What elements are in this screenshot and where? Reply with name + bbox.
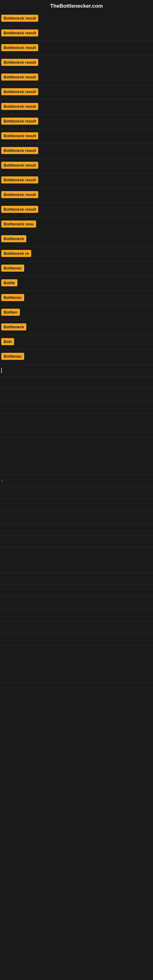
- site-title: TheBottlenecker.com: [50, 3, 103, 9]
- bottleneck-badge[interactable]: Bottlenec: [1, 265, 24, 272]
- list-item: Bottleneck result: [0, 41, 153, 56]
- empty-row: [0, 609, 153, 621]
- bottleneck-badge[interactable]: Bottleneck result: [1, 132, 38, 139]
- bottleneck-badge[interactable]: Bottleneck re: [1, 250, 31, 257]
- empty-row: [0, 523, 153, 536]
- bottleneck-badge[interactable]: Bottleneck result: [1, 59, 38, 66]
- empty-row: [0, 401, 153, 414]
- empty-row: [0, 597, 153, 609]
- empty-row: [0, 585, 153, 597]
- bottleneck-badge[interactable]: Bottleneck result: [1, 162, 38, 169]
- list-item: Bottlenec: [0, 350, 153, 364]
- list-item: Bottleneck result: [0, 85, 153, 100]
- bottleneck-badge[interactable]: Bottleneck result: [1, 147, 38, 154]
- list-item: Bottleneck result: [0, 173, 153, 188]
- empty-row: [0, 573, 153, 585]
- empty-row: [0, 658, 153, 670]
- list-item: Bottleneck result: [0, 159, 153, 173]
- empty-row: [0, 414, 153, 426]
- empty-row: [0, 560, 153, 573]
- bottleneck-badge[interactable]: Bottleneck result: [1, 88, 38, 95]
- bottleneck-badge[interactable]: Bottleneck result: [1, 118, 38, 125]
- list-item: Bottlen: [0, 305, 153, 320]
- empty-row: [0, 487, 153, 499]
- empty-row: [0, 377, 153, 389]
- list-item: Bottleneck: [0, 232, 153, 247]
- bottleneck-badge[interactable]: Bottleneck: [1, 235, 26, 242]
- list-item: Bottleneck result: [0, 12, 153, 26]
- empty-row: [0, 389, 153, 401]
- empty-row: [0, 634, 153, 646]
- list-item: Bottleneck result: [0, 144, 153, 159]
- list-item: Bottleneck result: [0, 56, 153, 70]
- bottleneck-badge[interactable]: Bottleneck result: [1, 103, 38, 110]
- bottom-char: c: [1, 479, 3, 483]
- bottleneck-badge[interactable]: Bottleneck resu: [1, 221, 36, 228]
- empty-row: [0, 463, 153, 475]
- bottleneck-badge[interactable]: Bottleneck result: [1, 15, 38, 22]
- list-item: Bottleneck result: [0, 100, 153, 115]
- bottleneck-badge[interactable]: Bottleneck result: [1, 44, 38, 51]
- bottleneck-badge[interactable]: Bottlenec: [1, 294, 24, 301]
- empty-row: [0, 438, 153, 450]
- bottleneck-badge[interactable]: Bottleneck result: [1, 177, 38, 183]
- list-item: Bottleneck re: [0, 247, 153, 261]
- list-item: Bottleneck: [0, 320, 153, 335]
- bottom-char-row: c: [0, 475, 153, 487]
- empty-row: [0, 511, 153, 523]
- list-item: Bottleneck result: [0, 115, 153, 129]
- list-item: Bottleneck result: [0, 70, 153, 85]
- bottleneck-badge[interactable]: Bottleneck: [1, 323, 26, 331]
- empty-row: [0, 646, 153, 658]
- list-item: Bottleneck result: [0, 203, 153, 218]
- empty-row: [0, 499, 153, 511]
- bottleneck-badge[interactable]: Bottlenec: [1, 353, 24, 360]
- list-item: Bottleneck result: [0, 129, 153, 144]
- empty-row: [0, 426, 153, 438]
- empty-row: [0, 548, 153, 560]
- bottleneck-badge[interactable]: Bottleneck result: [1, 206, 38, 213]
- cursor: [0, 364, 153, 377]
- bottleneck-badge[interactable]: Bottleneck result: [1, 191, 38, 198]
- bottleneck-badge[interactable]: Bottle: [1, 279, 18, 286]
- bottleneck-badge[interactable]: Bottleneck result: [1, 73, 38, 81]
- list-item: Bottlenec: [0, 261, 153, 276]
- list-item: Bottleneck result: [0, 188, 153, 203]
- list-item: Bottleneck resu: [0, 218, 153, 232]
- bottleneck-badge[interactable]: Bottleneck result: [1, 29, 38, 37]
- list-item: Bottle: [0, 276, 153, 291]
- list-item: Bott: [0, 335, 153, 350]
- list-item: Bottlenec: [0, 291, 153, 305]
- empty-row: [0, 450, 153, 463]
- empty-row: [0, 670, 153, 682]
- list-item: Bottleneck result: [0, 26, 153, 41]
- empty-row: [0, 536, 153, 548]
- bottleneck-badge[interactable]: Bottlen: [1, 309, 20, 316]
- empty-row: [0, 621, 153, 634]
- bottleneck-badge[interactable]: Bott: [1, 338, 14, 345]
